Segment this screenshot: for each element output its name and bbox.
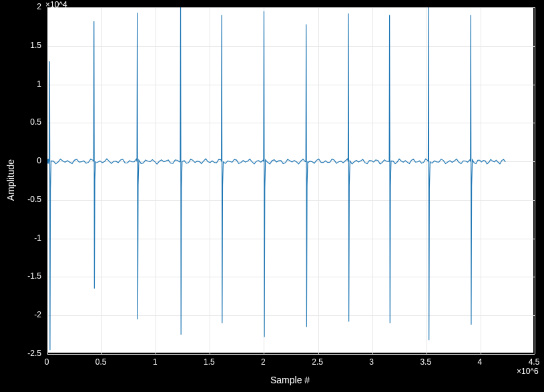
x-axis-exponent: ×10^6 [517,367,539,376]
y-tick-label: 1.5 [23,41,41,50]
x-tick-label: 4 [478,357,483,367]
x-tick-label: 0 [45,357,49,367]
signal-plot [47,7,535,354]
x-tick-label: 1.5 [204,357,215,367]
y-tick-label: -2.5 [23,349,41,358]
x-tick-label: 0.5 [95,357,107,367]
y-tick-label: -0.5 [23,195,41,204]
y-tick-label: 1 [23,79,41,89]
y-tick-label: -1 [23,233,41,243]
x-axis-label: Sample # [270,375,310,385]
x-tick-label: 1 [153,357,158,367]
y-axis-exponent: ×10^4 [45,0,67,9]
y-tick-label: 0.5 [23,117,41,127]
signal-series [47,7,505,350]
y-tick-label: -1.5 [23,271,41,281]
plot-area [47,7,534,353]
x-tick-label: 3.5 [420,357,431,367]
x-tick-label: 2.5 [312,357,323,367]
x-tick-label: 3 [369,357,374,367]
y-axis-label: Amplitude [5,159,16,201]
x-gridline [535,7,535,354]
y-tick-label: -2 [23,310,41,319]
y-tick-label: 0 [23,156,41,165]
x-tick-label: 4.5 [529,357,540,367]
x-tick-label: 2 [261,357,266,367]
y-gridline [47,354,535,355]
y-tick-label: 2 [23,2,41,11]
